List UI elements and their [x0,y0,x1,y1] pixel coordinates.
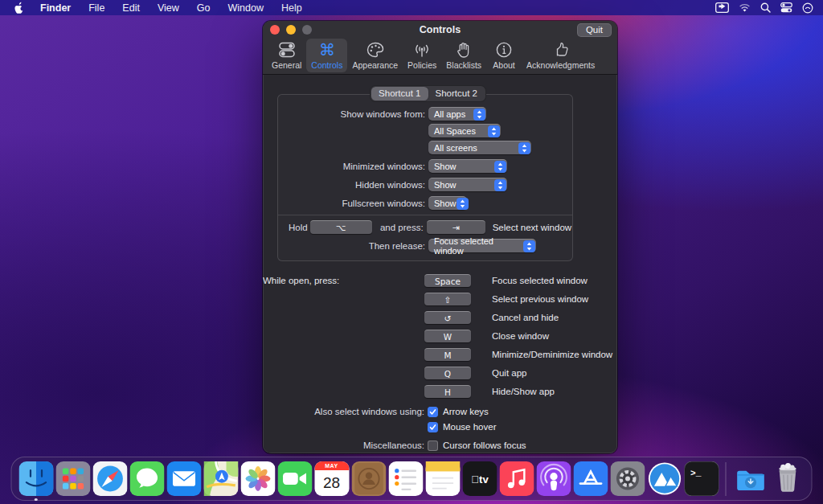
siri-icon[interactable] [802,2,813,14]
dock-item-appstore[interactable] [573,461,608,496]
dock-item-tv[interactable]: tv [462,461,497,496]
hidden-windows-popup[interactable]: Show [428,178,507,191]
dock-item-contacts[interactable] [351,461,386,496]
then-release-popup[interactable]: Focus selected window [428,239,536,252]
toolbar-tab-blacklists[interactable]: Blacklists [441,39,486,72]
window-titlebar[interactable]: Controls Quit [263,21,617,38]
also-select-windows-label: Also select windows using: [263,407,424,416]
dock-item-trash[interactable] [770,461,805,496]
control-center-icon[interactable] [780,2,792,13]
menu-file[interactable]: File [88,2,104,14]
dock-item-messages[interactable] [129,461,164,496]
minimized-windows-popup[interactable]: Show [428,159,507,173]
toolbar-tab-controls[interactable]: ⌘Controls [306,39,347,72]
show-windows-from-apps-popup[interactable]: All apps [428,107,486,121]
toolbar-tab-general[interactable]: General [267,39,306,72]
dock-item-finder[interactable] [18,461,53,496]
dock: MAY28tv>_ [11,457,813,501]
toolbar-tab-policies[interactable]: Policies [403,39,441,72]
dock-item-calendar[interactable]: MAY28 [314,461,349,496]
toolbar-tab-label: About [493,60,514,70]
wifi-icon[interactable] [739,3,751,13]
hand-icon [455,41,473,59]
dock-item-mail[interactable] [166,461,201,496]
cursor-follows-focus-checkbox[interactable] [428,440,438,451]
shortcut-description: Focus selected window [492,276,588,285]
menu-window[interactable]: Window [227,2,263,14]
svg-text:>_: >_ [690,469,701,478]
tab-shortcut-1[interactable]: Shortcut 1 [371,87,428,100]
shortcut-key-button[interactable]: ↺ [424,311,471,324]
popup-stepper-icon [457,198,469,210]
while-open-section: While open, press:SpaceFocus selected wi… [263,274,617,398]
screen-share-icon[interactable] [715,2,729,13]
preferences-toolbar: General⌘ControlsAppearancePoliciesBlackl… [263,38,617,75]
shortcut-key-button[interactable]: ⇧ [424,293,471,305]
show-windows-from-screens-popup[interactable]: All screens [428,141,531,154]
traffic-lights [270,25,312,35]
hold-key-recorder[interactable]: ⌥ [310,220,372,234]
toolbar-tab-about[interactable]: About [486,39,522,72]
spotlight-icon[interactable] [760,2,771,13]
dock-item-reminders[interactable] [388,461,423,496]
menu-help[interactable]: Help [281,2,302,14]
minimize-window-button[interactable] [286,25,296,35]
and-press-label: and press: [377,223,424,232]
show-windows-from-spaces-popup[interactable]: All Spaces [428,124,501,137]
popup-value: Show [434,199,457,208]
toolbar-tab-acknowledgments[interactable]: Acknowledgments [522,39,600,72]
apple-logo-icon [14,2,24,14]
menu-edit[interactable]: Edit [122,2,140,14]
menu-finder[interactable]: Finder [40,2,71,14]
cursor-follows-focus-checkbox-label[interactable]: Cursor follows focus [443,440,526,450]
reminders-icon [388,461,423,496]
mouse-hover-checkbox[interactable] [428,422,438,432]
press-key-recorder[interactable]: ⇥ [427,220,485,234]
quit-button[interactable]: Quit [577,23,612,37]
svg-text:tv: tv [471,473,489,486]
dock-item-photos[interactable] [240,461,275,496]
dock-item-alttab[interactable] [647,461,682,496]
dock-item-podcasts[interactable] [536,461,571,496]
menu-view[interactable]: View [158,2,179,14]
arrow-keys-checkbox[interactable] [428,407,438,417]
shortcut-key-button[interactable]: W [424,330,471,342]
desktop: { "menu_bar": { "active_app": "Finder", … [0,0,823,504]
toolbar-tab-label: Controls [311,60,342,70]
shortcut-key-button[interactable]: Q [424,367,471,379]
dock-item-notes[interactable] [425,461,460,496]
hidden-windows-label: Hidden windows: [278,180,425,190]
popup-stepper-icon [523,240,535,252]
fullscreen-windows-popup[interactable]: Show [428,196,467,210]
calendar-day: 28 [314,470,349,496]
messages-icon [129,461,164,496]
arrow-keys-checkbox-label[interactable]: Arrow keys [443,407,489,416]
finder-icon [18,461,53,496]
close-window-button[interactable] [270,25,280,35]
dock-item-launchpad[interactable] [55,461,90,496]
dock-item-system-preferences[interactable] [610,461,645,496]
downloads-icon [733,461,768,496]
dock-item-maps[interactable] [203,461,238,496]
mouse-hover-checkbox-label[interactable]: Mouse hover [443,422,496,432]
apple-menu[interactable] [14,2,24,14]
podcasts-icon [536,461,571,496]
shortcut-segmented-control: Shortcut 1 Shortcut 2 [370,85,486,102]
dock-item-safari[interactable] [92,461,127,496]
dock-item-music[interactable] [499,461,534,496]
music-icon [499,461,534,496]
shortcut-key-button[interactable]: M [424,348,471,361]
dock-divider [726,462,727,496]
shortcut-key-button[interactable]: Space [424,274,471,287]
dock-item-downloads[interactable] [733,461,768,496]
tab-shortcut-2[interactable]: Shortcut 2 [428,87,485,100]
toolbar-tab-appearance[interactable]: Appearance [347,39,403,72]
menu-go[interactable]: Go [197,2,211,14]
appstore-icon [573,461,608,496]
notes-icon [425,461,460,496]
toggles-icon [277,41,297,59]
dock-item-facetime[interactable] [277,461,312,496]
shortcut-key-button[interactable]: H [424,385,471,398]
dock-item-terminal[interactable]: >_ [684,461,719,496]
running-indicator [35,498,38,502]
